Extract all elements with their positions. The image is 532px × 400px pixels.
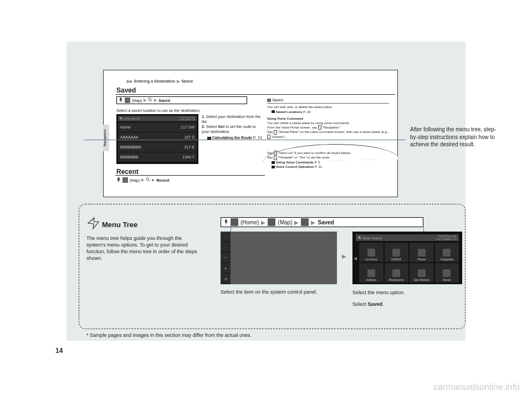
divider [115, 94, 395, 95]
arrow-icon: ▶ [177, 79, 180, 83]
grid-cell-places: Places [410, 243, 434, 262]
arrow-icon: ▶ [141, 178, 144, 182]
menu-tree-heading: Menu Tree [102, 220, 137, 229]
instruction-text: Select a saved location to use as the de… [116, 109, 201, 112]
grid-cell-address: Address [359, 263, 383, 283]
honda-icon [392, 249, 400, 257]
places-icon [418, 249, 426, 257]
address-icon [367, 269, 375, 277]
map-label: (Map) [278, 219, 292, 225]
mic-icon [274, 130, 277, 135]
nav-list-row: AAAAAAA167 S [118, 132, 197, 142]
searching-near: Searching nearLos Angeles, CA [178, 116, 195, 121]
leader-line [84, 140, 405, 140]
search-icon [148, 98, 152, 103]
map-label: (Map) [132, 99, 142, 102]
expand-arrow-icon: ◀ [354, 255, 357, 260]
page-number: 14 [55, 347, 63, 355]
grid-cell-honda: HONDA [385, 243, 409, 262]
menu-tree-body: The menu tree helps guide you through th… [86, 235, 197, 262]
svg-line-7 [149, 180, 150, 181]
menu-tree-bar: (Home) ▶ (Map) ▶ ▶ Saved [221, 217, 423, 227]
home-button-icon [231, 218, 238, 226]
navigation-side-tab: Navigation [103, 125, 109, 151]
arrow-icon: ▶▶ [127, 79, 132, 83]
svg-rect-4 [117, 177, 119, 181]
nav-search-bar: 🔍 Enter Search Searching nearLos Angeles… [118, 116, 197, 121]
breadcrumb-seg: Saved [181, 79, 193, 83]
categories-icon [443, 249, 451, 257]
audio-icon: ♪ [221, 242, 231, 253]
apps-icon: ▦ [221, 274, 231, 284]
divider [115, 175, 265, 176]
square-icon [267, 99, 271, 102]
grid-cell-categories: Categories [435, 243, 459, 262]
control-panel-screenshot: ⌂ ♪ ✆ ◉ ▦ [221, 232, 337, 284]
menu-grid-screenshot: 🔍 Enter Search Searching nearLos Angeles… [352, 232, 462, 284]
search-button-icon [301, 218, 309, 226]
saved-label: Saved [158, 99, 170, 102]
book-icon [272, 166, 275, 168]
home-label: (Home) [241, 219, 259, 225]
arrow-icon: ▶ [261, 219, 265, 225]
book-icon [272, 161, 275, 164]
pointer-icon [86, 216, 101, 230]
restaurant-icon [392, 269, 400, 277]
home-icon: ⌂ [221, 232, 231, 242]
mic-icon [119, 98, 123, 103]
footnote: * Sample pages and images in this sectio… [86, 332, 252, 338]
menu-tree-row-saved: (Map) ▶ ▶ Saved [116, 96, 247, 104]
search-icon [146, 177, 150, 183]
annotation-text: After following the menu tree, step-by-s… [410, 126, 499, 148]
svg-rect-8 [225, 219, 227, 223]
breadcrumb-seg: Entering a Destination [134, 79, 175, 83]
sidebar-notes-cont: Say "View List" if you want to confirm a… [267, 151, 389, 169]
mic-icon [267, 135, 270, 139]
saved-heading: Saved [116, 86, 136, 94]
map-label: (Map) [130, 178, 140, 182]
watermark: carmanualsonline.info [433, 382, 520, 392]
map-button-icon [125, 98, 130, 103]
grid-cell-go-home: Go Home [359, 243, 383, 262]
enter-search-bar: 🔍 Enter Search Searching nearLos Angeles… [356, 234, 459, 241]
grid-cell-restaurants: Restaurants [385, 263, 409, 283]
svg-line-3 [151, 100, 152, 101]
sample-breadcrumb: ▶▶ Entering a Destination ▶ Saved [126, 79, 193, 84]
search-placeholder: 🔍 Enter Search [120, 117, 140, 120]
map-button-icon [268, 218, 275, 226]
mic-icon [274, 151, 277, 155]
menu-option-grid: Go Home HONDA Places Categories Address … [359, 243, 459, 283]
mic-icon [116, 177, 121, 183]
mic-icon [224, 219, 228, 225]
step-instructions: 1. Select your destination from the list… [202, 114, 263, 140]
control-panel-main [231, 232, 337, 284]
grid-cell-gas: Gas Stations [410, 263, 434, 283]
control-panel-sidebar: ⌂ ♪ ✆ ◉ ▦ [221, 232, 231, 284]
mic-icon [318, 125, 321, 130]
grid-cell-saved: Saved [435, 263, 459, 283]
gas-icon [418, 269, 426, 277]
nav-system-screenshot: 🔍 Enter Search Searching nearLos Angeles… [116, 114, 198, 164]
mic-icon [274, 156, 277, 160]
menu-tree-row-recent: (Map) ▶ ▶ Recent [116, 177, 170, 183]
arrow-icon: ▶ [311, 219, 315, 225]
nav-list-row: BBBBBBB1346 T [118, 152, 197, 162]
book-icon [272, 110, 275, 113]
svg-rect-0 [120, 98, 121, 101]
sidebar-notes: Saved You can add, edit, or delete the s… [267, 98, 389, 139]
recent-heading: Recent [116, 168, 139, 176]
notes-heading: Saved [267, 98, 389, 104]
recent-label: Recent [156, 178, 169, 182]
caption-menu-option: Select the menu option. Select Saved. [352, 289, 458, 308]
saved-icon [443, 269, 451, 277]
arrow-icon: ▶ [342, 253, 346, 259]
home-icon [367, 249, 375, 257]
map-button-icon [122, 177, 128, 183]
saved-label: Saved [318, 219, 334, 225]
phone-icon: ✆ [221, 253, 231, 263]
nav-icon: ◉ [221, 263, 231, 274]
arrow-icon: ▶ [144, 98, 146, 102]
nav-list-row: Home117 SW [118, 122, 197, 132]
caption-control-panel: Select the item on the system control pa… [221, 289, 331, 296]
arrow-icon: ▶ [294, 219, 299, 225]
